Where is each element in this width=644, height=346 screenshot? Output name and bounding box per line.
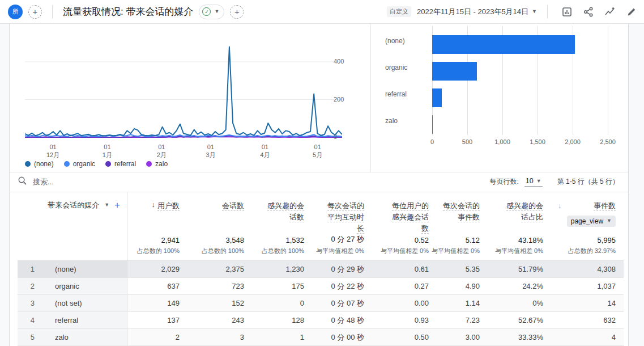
row-number: 2	[18, 278, 41, 294]
row-cell: 243	[187, 312, 252, 328]
date-range-text: 2022年11月15日 - 2023年5月14日	[417, 7, 528, 17]
add-comparison-button[interactable]: +	[28, 5, 42, 19]
row-cell: 0%	[488, 295, 551, 311]
bar	[432, 35, 575, 54]
property-avatar[interactable]: 所	[8, 5, 23, 19]
column-header-label: 会话数	[222, 200, 244, 212]
row-cell: 4	[551, 329, 624, 345]
bar-row: (none)	[371, 27, 628, 54]
row-cell: 632	[551, 312, 624, 328]
total-subtext: 占总数的 100%	[262, 247, 304, 255]
column-header-top: 每次会话的事件数	[442, 200, 480, 223]
row-cell: 723	[187, 278, 252, 294]
column-header-top: 感兴趣的会话数	[267, 200, 304, 223]
chevron-down-icon[interactable]: ▼	[104, 202, 109, 208]
row-number: 3	[18, 295, 41, 311]
column-total: 1,532占总数的 100%	[262, 236, 304, 255]
add-dimension-button[interactable]: +	[114, 200, 120, 210]
chevron-down-icon: ▼	[607, 218, 612, 223]
row-cell: 2,375	[187, 261, 252, 277]
row-cell: 4.90	[437, 278, 488, 294]
column-header-label: 事件数	[594, 200, 616, 212]
bar-axis-tick: 1,000	[490, 138, 515, 145]
column-header-label: 感兴趣的会话数	[267, 200, 304, 223]
x-axis-label: 013月	[199, 144, 222, 159]
x-axis-label: 015月	[306, 144, 329, 159]
bar-chart-x-axis: 05001,0001,5002,0002,500	[371, 138, 628, 147]
column-header[interactable]: 每位用户的感兴趣会话数0.52与平均值相差 0%	[372, 192, 437, 260]
legend-item: zalo	[146, 160, 168, 168]
column-total: 2,941占总数的 100%	[137, 236, 180, 255]
column-header-top: 每次会话的平均互动时长	[327, 200, 364, 234]
row-cell: 52.67%	[488, 312, 551, 328]
sort-arrow-icon[interactable]: ↓	[558, 201, 562, 210]
column-header[interactable]: 会话数3,548占总数的 100%	[187, 192, 252, 260]
bar	[432, 62, 477, 81]
column-total: 5.12与平均值相差 0%	[432, 236, 480, 255]
bar	[432, 88, 442, 107]
total-subtext: 占总数的 32.97%	[568, 247, 616, 255]
share-icon[interactable]	[583, 6, 594, 18]
column-header-label: 每次会话的平均互动时长	[327, 200, 364, 234]
total-value: 43.18%	[495, 236, 543, 244]
report-status-dropdown[interactable]: ✓ ▼	[199, 5, 224, 19]
add-filter-button[interactable]: +	[230, 5, 244, 19]
bar-category-label: (none)	[371, 37, 432, 45]
column-total: 3,548占总数的 100%	[202, 236, 244, 255]
row-number: 5	[18, 329, 41, 345]
row-cell: 1	[252, 329, 312, 345]
plus-icon: +	[33, 7, 38, 16]
plus-icon: +	[234, 7, 240, 16]
event-name-chip[interactable]: page_view▼	[567, 216, 616, 227]
row-dimension: (none)	[41, 261, 127, 277]
y-axis-label: 400	[334, 58, 353, 65]
row-dimension: (not set)	[41, 295, 127, 311]
search-box	[18, 176, 489, 188]
row-cell: 24.2%	[488, 278, 551, 294]
column-header-label: 每次会话的事件数	[442, 200, 480, 223]
total-value: 5,995	[568, 236, 616, 244]
row-cell: 4,308	[551, 261, 624, 277]
row-cell: 137	[127, 312, 187, 328]
report-builder-icon[interactable]	[561, 6, 573, 18]
column-header-top: 事件数	[594, 200, 616, 212]
bar-row: referral	[371, 81, 628, 107]
search-icon	[18, 176, 27, 188]
column-header[interactable]: 每次会话的事件数5.12与平均值相差 0%	[437, 192, 488, 260]
pagination-range: 第 1-5 行（共 5 行）	[557, 177, 619, 187]
rows-per-page-select[interactable]: 10 ▼	[524, 177, 543, 187]
row-cell: 152	[187, 295, 252, 311]
search-input[interactable]	[33, 178, 203, 186]
row-cell: 2,029	[127, 261, 187, 277]
bar-axis-tick: 2,500	[595, 138, 620, 145]
row-number: 4	[18, 312, 41, 328]
legend-dot	[105, 161, 111, 167]
bar-axis-tick: 0	[420, 138, 445, 145]
rows-per-page-label: 每页行数: 10 ▼	[489, 177, 542, 187]
edit-icon[interactable]	[626, 6, 637, 18]
row-cell: 1,037	[551, 278, 624, 294]
row-cell: 0.50	[372, 329, 437, 345]
row-cell: 14	[551, 295, 624, 311]
row-cell: 0.27	[372, 278, 437, 294]
column-header[interactable]: 感兴趣的会话占比43.18%与平均值相差 0%	[488, 192, 551, 260]
table-row: 2organic6377231750 分 22 秒0.274.9024.2%1,…	[18, 278, 624, 295]
total-value: 5.12	[432, 236, 480, 244]
insights-icon[interactable]	[604, 6, 616, 18]
chevron-down-icon: ▼	[214, 9, 219, 14]
row-cell: 1.14	[437, 295, 488, 311]
total-subtext: 占总数的 100%	[137, 247, 180, 255]
column-header[interactable]: ↓用户数2,941占总数的 100%	[127, 192, 187, 260]
row-cell: 3.00	[437, 329, 488, 345]
row-dimension: zalo	[41, 329, 127, 345]
date-range-picker[interactable]: 2022年11月15日 - 2023年5月14日 ▼	[417, 7, 537, 17]
row-cell: 175	[252, 278, 312, 294]
column-header[interactable]: 事件数↓page_view▼5,995占总数的 32.97%	[551, 192, 624, 260]
legend-dot	[25, 161, 31, 167]
column-header[interactable]: 感兴趣的会话数1,532占总数的 100%	[252, 192, 312, 260]
bar-row: organic	[371, 54, 628, 81]
column-total: 43.18%与平均值相差 0%	[495, 236, 543, 255]
row-dimension: referral	[41, 312, 127, 328]
dimension-header[interactable]: 带来会话的媒介 ▼ +	[18, 192, 127, 260]
column-header[interactable]: 每次会话的平均互动时长0 分 27 秒与平均值相差 0%	[312, 192, 372, 260]
